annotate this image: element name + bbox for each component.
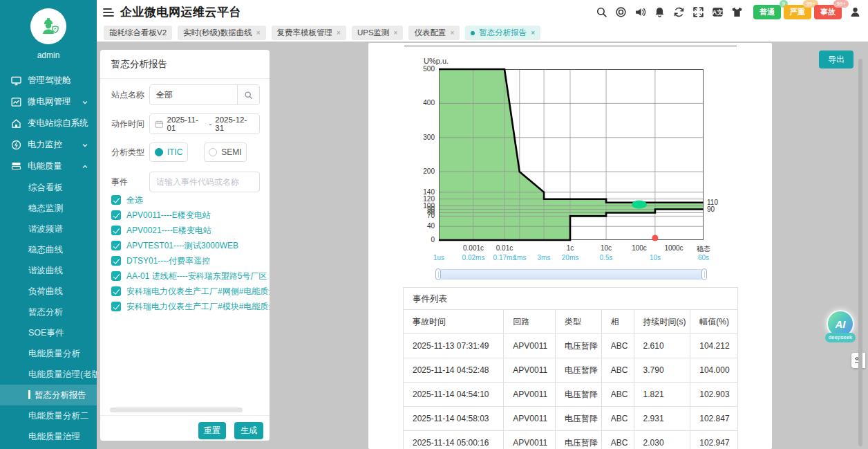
sidebar-item-微电网管理[interactable]: 微电网管理 bbox=[0, 91, 97, 113]
station-checkbox-APVTEST01----测试3000WEB[interactable]: APVTEST01----测试3000WEB bbox=[111, 238, 270, 253]
filter-footer: 重置 生成 bbox=[100, 415, 270, 441]
checkbox-checked-icon[interactable] bbox=[111, 195, 121, 205]
datazoom-right-handle[interactable] bbox=[701, 268, 707, 280]
sidebar-item-电能质量[interactable]: 电能质量 bbox=[0, 156, 97, 177]
sidebar-subitem-稳态曲线[interactable]: 稳态曲线 bbox=[0, 239, 97, 260]
fullscreen-icon[interactable] bbox=[692, 6, 704, 18]
tab-close-icon[interactable]: × bbox=[450, 29, 454, 37]
event-marker-dot[interactable] bbox=[652, 235, 658, 241]
tab-close-icon[interactable]: × bbox=[256, 29, 261, 37]
export-button[interactable]: 导出 bbox=[819, 51, 853, 68]
checkbox-checked-icon[interactable] bbox=[111, 210, 121, 220]
station-checkbox-安科瑞电力仪表生产工厂#模块#电能质量----节能大[interactable]: 安科瑞电力仪表生产工厂#模块#电能质量----节能大 bbox=[111, 299, 270, 314]
event-marker-dot[interactable] bbox=[632, 201, 647, 209]
tab-close-icon[interactable]: × bbox=[337, 29, 341, 37]
chevron-down-icon bbox=[82, 99, 88, 106]
date-end-value[interactable]: 2025-12-31 bbox=[215, 116, 254, 132]
station-checkbox-APV0021----E楼变电站[interactable]: APV0021----E楼变电站 bbox=[111, 223, 270, 238]
chart-datazoom-slider[interactable] bbox=[437, 269, 705, 280]
sidebar-subitem-综合看板[interactable]: 综合看板 bbox=[0, 177, 97, 198]
table-header-cell: 持续时间(s) bbox=[634, 310, 691, 333]
sidebar-subitem-谐波曲线[interactable]: 谐波曲线 bbox=[0, 260, 97, 281]
tab-UPS监测[interactable]: UPS监测× bbox=[352, 26, 404, 40]
sidebar-subitem-暂态分析报告[interactable]: 暂态分析报告 bbox=[0, 385, 97, 405]
tab-仪表配置[interactable]: 仪表配置× bbox=[408, 26, 460, 40]
report-divider bbox=[404, 46, 737, 46]
sidebar-subitem-谐波频谱[interactable]: 谐波频谱 bbox=[0, 219, 97, 239]
x-axis-tick-time: 60s bbox=[698, 254, 709, 262]
datazoom-left-handle[interactable] bbox=[435, 268, 441, 280]
sidebar-subitem-电能质量分析[interactable]: 电能质量分析 bbox=[0, 343, 97, 364]
menu-toggle-icon[interactable] bbox=[102, 8, 115, 17]
station-label: 安科瑞电力仪表生产工厂#网侧#电能质量----节能大 bbox=[126, 286, 270, 297]
event-code-placeholder: 请输入事件代码或名称 bbox=[150, 176, 259, 188]
tab-实时(秒级)数据曲线[interactable]: 实时(秒级)数据曲线× bbox=[178, 26, 266, 40]
sidebar-subitem-负荷曲线[interactable]: 负荷曲线 bbox=[0, 281, 97, 302]
checkbox-checked-icon[interactable] bbox=[111, 286, 121, 296]
sidebar-item-变电站综自系统[interactable]: 变电站综自系统 bbox=[0, 113, 97, 134]
station-checkbox-APV0011----E楼变电站[interactable]: APV0011----E楼变电站 bbox=[111, 208, 270, 223]
checkbox-checked-icon[interactable] bbox=[111, 302, 121, 311]
volume-icon[interactable] bbox=[634, 6, 646, 18]
tab-close-icon[interactable]: × bbox=[394, 29, 398, 37]
vertical-scrollbar[interactable] bbox=[858, 59, 862, 446]
record-icon[interactable] bbox=[615, 6, 627, 18]
station-checkbox-DTSY01----付费率遥控[interactable]: DTSY01----付费率遥控 bbox=[111, 253, 270, 268]
table-cell: 2025-11-13 07:31:49 bbox=[404, 334, 504, 358]
sidebar-subitem-电能质量治理[interactable]: 电能质量治理 bbox=[0, 426, 97, 447]
radio-itic-label: ITIC bbox=[167, 147, 183, 157]
ai-assistant-button[interactable]: AI deepseek bbox=[825, 310, 856, 349]
tab-复费率模板管理[interactable]: 复费率模板管理× bbox=[272, 26, 346, 40]
itic-curve-svg bbox=[439, 69, 704, 240]
station-checkbox-安科瑞电力仪表生产工厂#网侧#电能质量----节能大[interactable]: 安科瑞电力仪表生产工厂#网侧#电能质量----节能大 bbox=[111, 284, 270, 299]
sidebar-subitem-暂态分析[interactable]: 暂态分析 bbox=[0, 302, 97, 322]
table-cell: APV0011 bbox=[504, 431, 556, 449]
radio-itic[interactable]: ITIC bbox=[149, 143, 188, 162]
sidebar-item-电力监控[interactable]: 电力监控 bbox=[0, 134, 97, 156]
table-header-cell: 事故时间 bbox=[404, 310, 504, 333]
checkbox-checked-icon[interactable] bbox=[111, 226, 121, 235]
reset-button[interactable]: 重置 bbox=[198, 422, 226, 439]
y-axis-tick: 400 bbox=[414, 99, 435, 107]
tab-暂态分析报告[interactable]: 暂态分析报告× bbox=[465, 26, 540, 40]
sidebar-subitem-电能质量治理(老版)[interactable]: 电能质量治理(老版) bbox=[0, 364, 97, 385]
table-cell: 102.847 bbox=[690, 407, 737, 430]
tab-能耗综合看板V2[interactable]: 能耗综合看板V2 bbox=[104, 26, 172, 40]
generate-button[interactable]: 生成 bbox=[234, 422, 263, 439]
refresh-icon[interactable] bbox=[673, 6, 685, 18]
site-name-input[interactable]: 全部 bbox=[149, 84, 260, 105]
sidebar-item-label: 微电网管理 bbox=[28, 96, 82, 108]
sidebar-item-管理驾驶舱[interactable]: 管理驾驶舱 bbox=[0, 70, 97, 91]
station-checkbox-AA-01 进线柜----安科瑞东盟路5号厂区[interactable]: AA-01 进线柜----安科瑞东盟路5号厂区 bbox=[111, 268, 270, 284]
checkbox-checked-icon[interactable] bbox=[111, 241, 121, 250]
station-checkbox-全选[interactable]: 全选 bbox=[111, 192, 270, 208]
event-code-input[interactable]: 请输入事件代码或名称 bbox=[149, 172, 260, 192]
horizontal-scrollbar[interactable] bbox=[110, 407, 243, 412]
table-cell: 2025-11-14 04:52:48 bbox=[404, 358, 504, 382]
bell-icon[interactable] bbox=[654, 6, 666, 18]
date-start-value[interactable]: 2025-11-01 bbox=[167, 116, 206, 132]
site-search-button[interactable] bbox=[237, 85, 259, 104]
checkbox-checked-icon[interactable] bbox=[111, 256, 121, 266]
x-axis-tick-cycles: 1c bbox=[567, 244, 574, 252]
date-range-input[interactable]: 2025-11-01 - 2025-12-31 bbox=[149, 113, 260, 134]
sidebar-subitem-稳态监测[interactable]: 稳态监测 bbox=[0, 198, 97, 219]
alarm-badge-事故[interactable]: 事故99+ bbox=[814, 5, 842, 19]
search-icon[interactable] bbox=[596, 6, 607, 18]
tab-close-icon[interactable]: × bbox=[531, 29, 535, 37]
x-axis-tick-time: 20ms bbox=[562, 254, 578, 262]
chevron-up-icon bbox=[82, 163, 88, 170]
translate-icon[interactable]: A文 bbox=[712, 6, 724, 18]
alarm-badge-严重[interactable]: 严重99+ bbox=[784, 5, 811, 19]
theme-skin-icon[interactable] bbox=[731, 6, 743, 18]
ai-assistant-sublabel: deepseek bbox=[825, 333, 856, 342]
sidebar-subitem-SOE事件[interactable]: SOE事件 bbox=[0, 322, 97, 343]
checkbox-checked-icon[interactable] bbox=[111, 271, 121, 281]
avatar[interactable] bbox=[30, 8, 66, 44]
table-cell: 2025-11-14 04:54:10 bbox=[404, 383, 504, 406]
alarm-badge-普通[interactable]: 普通9 bbox=[753, 5, 781, 19]
radio-dot-icon bbox=[155, 148, 163, 156]
sidebar-subitem-电能质量分析二[interactable]: 电能质量分析二 bbox=[0, 405, 97, 426]
radio-semi[interactable]: SEMI bbox=[204, 143, 247, 162]
user-icon[interactable] bbox=[849, 6, 861, 18]
